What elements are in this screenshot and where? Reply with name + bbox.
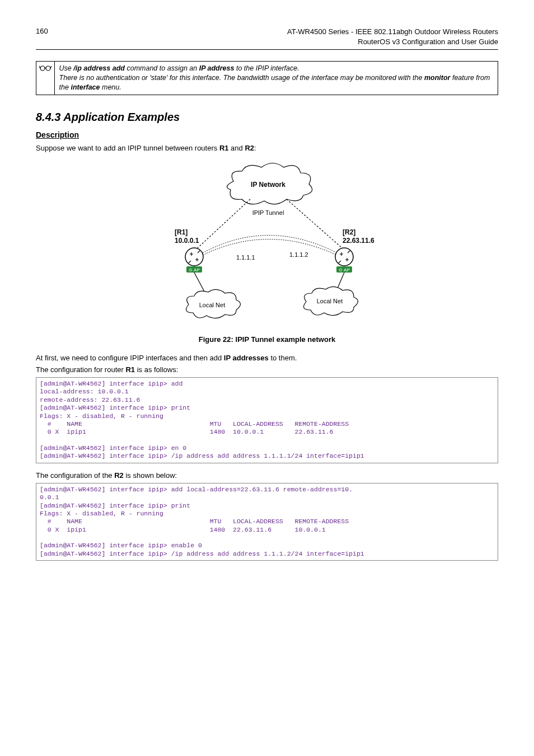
- text-part: is as follows:: [135, 365, 178, 374]
- text-part: is shown below:: [124, 471, 177, 480]
- note-interface: interface: [71, 83, 100, 91]
- page-header: 160 AT-WR4500 Series - IEEE 802.11abgh O…: [36, 27, 498, 50]
- router-r1-icon: ⊙ AP: [185, 248, 203, 273]
- intro-r2: R2: [245, 144, 254, 152]
- intro-r1: R1: [219, 144, 229, 152]
- text-part: At first, we need to configure IPIP inte…: [36, 354, 224, 362]
- r2-ip: 22.63.11.6: [343, 237, 374, 245]
- cloud-label: IP Network: [251, 181, 285, 189]
- intro-text: and: [229, 144, 245, 152]
- svg-point-7: [335, 248, 353, 266]
- r2-bold: R2: [114, 471, 124, 480]
- note-text-part: command to assign an: [125, 64, 199, 72]
- r1-bold: R1: [125, 365, 135, 374]
- text-part: The configuration of the: [36, 471, 114, 480]
- text-part: to them.: [269, 354, 297, 362]
- svg-point-1: [46, 66, 50, 71]
- right-inner-ip: 1.1.1.2: [289, 251, 308, 258]
- header-line1: AT-WR4500 Series - IEEE 802.11abgh Outdo…: [287, 27, 498, 36]
- text-part: The configuration for router: [36, 365, 125, 374]
- r1-ip: 10.0.0.1: [175, 237, 199, 245]
- tunnel-label: IPIP Tunnel: [252, 209, 284, 216]
- svg-text:⊙ AP: ⊙ AP: [189, 267, 199, 273]
- code-block-r2: [admin@AT-WR4562] interface ipip> add lo…: [36, 483, 498, 561]
- header-line2: RouterOS v3 Configuration and User Guide: [358, 37, 498, 46]
- left-inner-ip: 1.1.1.1: [236, 254, 255, 261]
- note-text-part: There is no authentication or 'state' fo…: [59, 74, 424, 82]
- svg-point-0: [40, 66, 45, 71]
- svg-line-2: [197, 199, 250, 248]
- note-ip: IP address: [199, 64, 235, 72]
- local-net-left: Local Net: [199, 302, 225, 308]
- page-number: 160: [36, 27, 48, 47]
- router-r2-icon: ⊙ AP: [335, 248, 353, 273]
- network-diagram: IP Network IPIP Tunnel [R1] 10.0.0.1 [R2…: [36, 159, 498, 328]
- glasses-icon: [36, 62, 55, 95]
- after-figure-line1: At first, we need to configure IPIP inte…: [36, 354, 498, 362]
- ipaddr-bold: IP addresses: [224, 354, 269, 362]
- note-text: Use /ip address add command to assign an…: [55, 62, 498, 95]
- local-net-right: Local Net: [317, 298, 343, 304]
- note-cmd: /ip address add: [73, 64, 125, 72]
- description-heading: Description: [36, 130, 498, 139]
- svg-text:⊙ AP: ⊙ AP: [339, 267, 349, 273]
- code-block-r1: [admin@AT-WR4562] interface ipip> add lo…: [36, 377, 498, 463]
- r2-label: [R2]: [343, 228, 355, 236]
- svg-line-3: [287, 199, 343, 248]
- note-monitor: monitor: [424, 74, 451, 82]
- callout-note: Use /ip address add command to assign an…: [36, 61, 498, 95]
- after-figure-line2: The configuration for router R1 is as fo…: [36, 365, 498, 374]
- note-text-part: menu.: [100, 83, 121, 91]
- note-text-part: Use: [59, 64, 74, 72]
- figure-caption: Figure 22: IPIP Tunnel example network: [36, 335, 498, 344]
- intro-paragraph: Suppose we want to add an IPIP tunnel be…: [36, 144, 498, 152]
- section-heading: 8.4.3 Application Examples: [36, 111, 498, 124]
- svg-point-4: [185, 248, 203, 266]
- r1-label: [R1]: [175, 228, 188, 236]
- intro-text: :: [254, 144, 256, 152]
- intro-text: Suppose we want to add an IPIP tunnel be…: [36, 144, 219, 152]
- note-text-part: to the IPIP interface.: [234, 64, 299, 72]
- header-title: AT-WR4500 Series - IEEE 802.11abgh Outdo…: [287, 27, 498, 47]
- mid-text: The configuration of the R2 is shown bel…: [36, 471, 498, 480]
